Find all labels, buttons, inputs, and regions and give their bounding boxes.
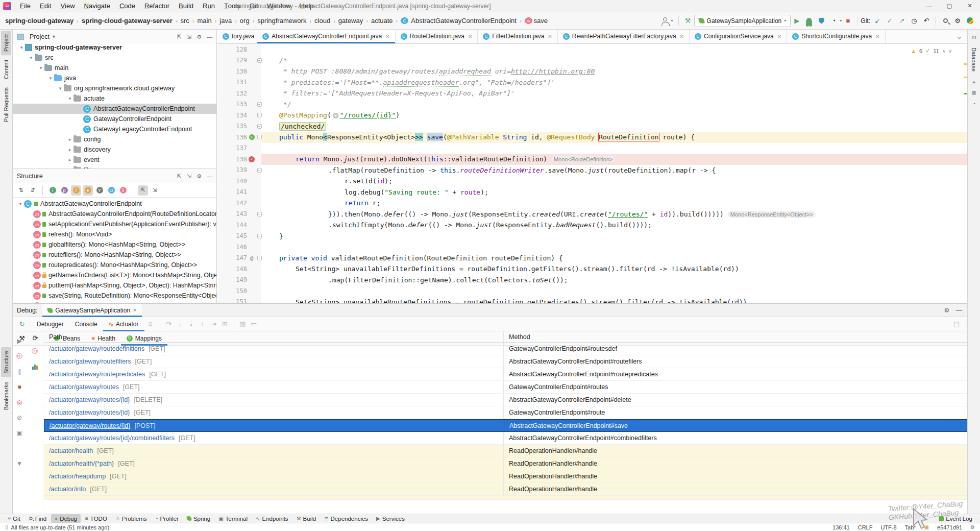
code-line[interactable]: 137 — [217, 143, 967, 154]
fold-marker-icon[interactable]: − — [257, 234, 262, 238]
git-commit-icon[interactable]: ✓ — [884, 15, 896, 27]
code-line[interactable]: 142return r; — [217, 198, 967, 209]
menu-build[interactable]: Build — [174, 0, 198, 12]
git-history-icon[interactable]: ◷ — [908, 15, 920, 27]
close-icon[interactable]: ✕ — [680, 34, 684, 39]
close-icon[interactable]: ✕ — [468, 34, 472, 39]
code-line[interactable]: 151Set<String> unavailableRouteDefinitio… — [217, 297, 967, 304]
tree-chevron-icon[interactable]: ▾ — [28, 55, 35, 60]
caret-position[interactable]: 136:41 — [832, 524, 850, 530]
project-tree-item[interactable]: ▸discovery — [13, 144, 216, 155]
editor-tab[interactable]: Ctory.java✕ — [217, 30, 257, 43]
editor-tab[interactable]: CConfigurationService.java✕ — [690, 30, 787, 43]
autoscroll-from-source-icon[interactable]: ⇲ — [150, 185, 160, 196]
structure-method-item[interactable]: msave(String, RouteDefinition): Mono<Res… — [13, 291, 216, 301]
project-tree-item[interactable]: ▾main — [13, 63, 216, 73]
settings-lines-icon[interactable]: ≔ — [249, 320, 260, 328]
toolwindow-button-build[interactable]: ⚒Build — [293, 514, 320, 523]
editor-tab[interactable]: CAbstractGatewayControllerEndpoint.java✕ — [257, 30, 396, 43]
indent-style[interactable]: Tab* — [905, 524, 916, 530]
sidebar-item-bookmarks[interactable]: Bookmarks — [1, 378, 11, 414]
code-line[interactable]: 144.switchIfEmpty(Mono.defer(() -> Mono.… — [217, 220, 967, 231]
code-line[interactable]: 141log.debug("Saving route: " + route); — [217, 187, 967, 198]
table-row[interactable]: /actuator/gateway/routes[GET]GatewayCont… — [44, 381, 967, 394]
menu-file[interactable]: File — [15, 0, 35, 12]
git-push-icon[interactable]: ↗ — [896, 15, 908, 27]
lock-icon[interactable]: ▣ — [924, 524, 929, 530]
search-icon[interactable] — [939, 15, 951, 27]
mappings-table-header[interactable]: Path ▲ Method — [44, 331, 967, 343]
menu-refactor[interactable]: Refactor — [140, 0, 174, 12]
table-row[interactable]: /actuator/gateway/routes/{id}[POST]Abstr… — [44, 419, 967, 432]
run-icon[interactable]: ▶ — [791, 15, 803, 27]
table-row[interactable]: /actuator/heapdump[GET]ReadOperationHand… — [44, 470, 967, 483]
fold-marker-icon[interactable]: − — [257, 102, 262, 107]
tab-console[interactable]: Console — [69, 317, 103, 331]
structure-class-row[interactable]: ▾CAbstractGatewayControllerEndpoint — [13, 199, 216, 209]
code-line[interactable]: 131 * predicates:='["Host=**.apiaddreque… — [217, 77, 967, 88]
breadcrumb-item[interactable]: springframework — [256, 17, 307, 25]
encoding[interactable]: UTF-8 — [880, 524, 896, 530]
code-line[interactable]: 128 — [217, 44, 967, 55]
step-out-icon[interactable]: ↑ — [197, 320, 208, 328]
gear-icon[interactable]: ⚙ — [197, 173, 202, 180]
structure-method-item[interactable]: mputItem(HashMap<String, Object>, Object… — [13, 280, 216, 291]
breadcrumb-item[interactable]: java — [218, 17, 233, 25]
inherited-filter-icon[interactable]: i — [47, 185, 58, 196]
toolwindow-button-debug[interactable]: ●Debug — [51, 514, 81, 523]
project-tree-item[interactable]: ▾actuate — [13, 93, 216, 104]
method-breakpoint-icon[interactable]: ⓜ — [15, 352, 24, 361]
minimize-icon[interactable]: — — [919, 0, 939, 12]
tree-chevron-icon[interactable]: ▾ — [17, 201, 24, 206]
close-icon[interactable]: ✕ — [548, 34, 552, 39]
project-tree-item[interactable]: ▾org.springframework.cloud.gateway — [13, 83, 216, 93]
tree-chevron-icon[interactable]: ▾ — [66, 167, 74, 168]
prev-error-icon[interactable]: ∧ — [942, 49, 946, 54]
toolwindow-button-terminal[interactable]: ▣Terminal — [215, 514, 251, 523]
maven-icon[interactable]: m — [968, 34, 980, 40]
code-line[interactable]: 149.map(FilterDefinition::getName).colle… — [217, 275, 967, 286]
tree-chevron-icon[interactable]: ▾ — [47, 76, 54, 81]
table-row[interactable]: /actuator/gateway/routes/{id}/combinedfi… — [44, 432, 967, 445]
code-line[interactable]: 132 * filters:='["AddRequestHeader=X-Req… — [217, 88, 967, 99]
code-line[interactable]: 148Set<String> unavailableFilterDefiniti… — [217, 263, 967, 275]
structure-method-item[interactable]: mrefresh(): Mono<Void> — [13, 229, 216, 239]
tree-chevron-icon[interactable]: ▾ — [37, 65, 44, 70]
tree-chevron-icon[interactable]: ▸ — [66, 137, 74, 142]
project-tree-item[interactable]: ▸config — [13, 134, 216, 144]
toolwindow-button-spring[interactable]: Spring — [183, 514, 214, 523]
run-to-cursor-icon[interactable]: ⇥ — [208, 320, 219, 328]
code-line[interactable]: 147@−private void validateRouteDefinitio… — [217, 253, 967, 264]
tree-chevron-icon[interactable]: ▾ — [18, 45, 25, 50]
code-editor[interactable]: 128129−/*130 * http POST :8080/admin/gat… — [217, 44, 967, 303]
tree-chevron-icon[interactable]: ▸ — [66, 147, 74, 152]
frames-icon[interactable]: ○ — [30, 331, 39, 341]
column-path[interactable]: Path — [49, 333, 62, 341]
code-line[interactable]: 136↻−public Mono<ResponseEntity<Object>>… — [217, 132, 967, 143]
non-public-filter-icon[interactable]: ● — [83, 185, 93, 196]
avatar-icon[interactable] — [659, 15, 671, 27]
table-row[interactable]: /actuator/gateway/routes/{id}[GET]Gatewa… — [44, 406, 967, 419]
force-step-into-icon[interactable]: ⇣ — [186, 320, 197, 328]
sort-alphabetically-icon[interactable]: ⇵ — [28, 185, 38, 196]
project-tree-item[interactable]: CGatewayControllerEndpoint — [13, 114, 216, 124]
gutter-slot[interactable]: ✓ — [247, 156, 256, 162]
anonymous-filter-icon[interactable]: Y — [94, 185, 105, 196]
code-line[interactable]: 133− */ — [217, 99, 967, 110]
fold-marker-icon[interactable]: − — [257, 124, 262, 129]
pause-icon[interactable]: ∥ — [15, 367, 24, 376]
fold-marker-icon[interactable]: − — [257, 168, 262, 173]
code-line[interactable]: 146 — [217, 242, 967, 253]
stop-icon[interactable]: ■ — [842, 15, 854, 27]
collapse-all-icon[interactable]: ⇲ — [187, 173, 191, 180]
inspections-widget[interactable]: ▲ 6 ✓ 11 ∧ ∨ — [909, 47, 954, 55]
sidebar-item-structure[interactable]: Structure — [1, 347, 11, 377]
table-row[interactable]: /actuator/info[GET]ReadOperationHandler#… — [44, 483, 967, 496]
code-line[interactable]: 135−/unchecked/ — [217, 121, 967, 132]
breadcrumb-item[interactable]: spring-cloud-gateway — [4, 17, 75, 25]
rerun-icon[interactable]: ↻ — [16, 318, 28, 330]
toolwindow-button-dependencies[interactable]: ≣Dependencies — [321, 514, 372, 523]
fold-marker-icon[interactable]: − — [257, 135, 262, 139]
fields-filter-icon[interactable]: f — [71, 185, 81, 196]
close-icon[interactable]: ✕ — [960, 0, 980, 12]
